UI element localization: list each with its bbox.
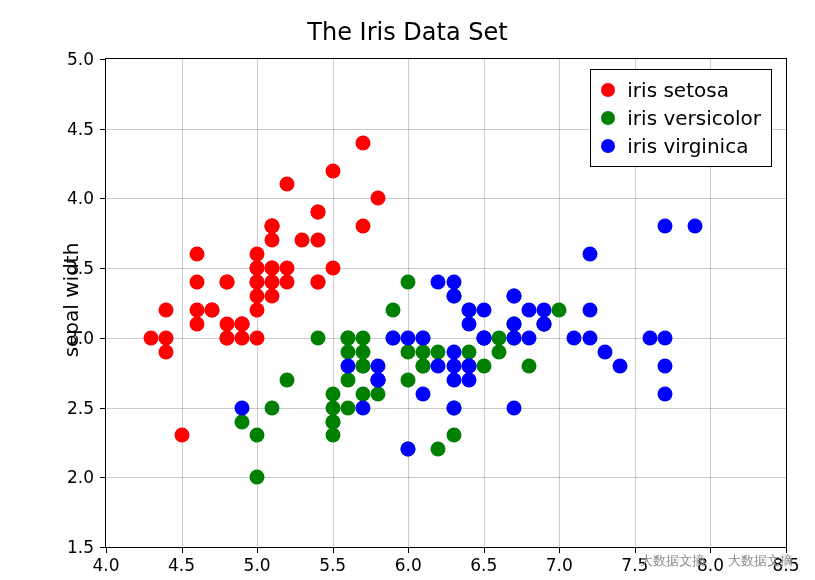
data-point <box>522 358 537 373</box>
data-point <box>658 330 673 345</box>
data-point <box>461 316 476 331</box>
data-point <box>310 233 325 248</box>
y-tick-label: 2.0 <box>67 467 94 487</box>
y-tick <box>100 129 106 130</box>
data-point <box>340 358 355 373</box>
data-point <box>280 372 295 387</box>
data-point <box>174 428 189 443</box>
data-point <box>416 386 431 401</box>
legend-label: iris virginica <box>627 132 748 160</box>
data-point <box>250 289 265 304</box>
data-point <box>371 386 386 401</box>
legend-label: iris setosa <box>627 76 729 104</box>
data-point <box>476 330 491 345</box>
data-point <box>250 247 265 262</box>
data-point <box>446 428 461 443</box>
data-point <box>416 330 431 345</box>
x-tick-label: 7.0 <box>546 555 573 575</box>
data-point <box>431 442 446 457</box>
y-tick <box>100 268 106 269</box>
data-point <box>189 247 204 262</box>
watermark-text: 大数据文摘 <box>640 552 705 570</box>
x-tick-label: 5.5 <box>319 555 346 575</box>
data-point <box>340 344 355 359</box>
data-point <box>446 372 461 387</box>
data-point <box>265 233 280 248</box>
data-point <box>355 330 370 345</box>
legend-item: iris versicolor <box>601 104 761 132</box>
data-point <box>235 400 250 415</box>
data-point <box>582 330 597 345</box>
data-point <box>355 386 370 401</box>
data-point <box>265 261 280 276</box>
data-point <box>219 275 234 290</box>
legend-swatch-icon <box>601 139 615 153</box>
data-point <box>476 358 491 373</box>
y-tick <box>100 59 106 60</box>
data-point <box>325 261 340 276</box>
data-point <box>612 358 627 373</box>
legend-swatch-icon <box>601 111 615 125</box>
data-point <box>401 275 416 290</box>
data-point <box>401 442 416 457</box>
data-point <box>476 302 491 317</box>
data-point <box>643 330 658 345</box>
gridline-horizontal <box>106 477 786 478</box>
data-point <box>204 302 219 317</box>
data-point <box>401 344 416 359</box>
data-point <box>446 275 461 290</box>
data-point <box>371 372 386 387</box>
gridline-horizontal <box>106 338 786 339</box>
data-point <box>325 428 340 443</box>
data-point <box>401 330 416 345</box>
data-point <box>355 344 370 359</box>
data-point <box>507 400 522 415</box>
gridline-horizontal <box>106 268 786 269</box>
data-point <box>280 261 295 276</box>
data-point <box>265 275 280 290</box>
chart-title: The Iris Data Set <box>0 18 815 46</box>
data-point <box>265 289 280 304</box>
x-tick-label: 5.0 <box>244 555 271 575</box>
data-point <box>522 302 537 317</box>
data-point <box>582 302 597 317</box>
gridline-vertical <box>408 59 409 547</box>
data-point <box>597 344 612 359</box>
data-point <box>688 219 703 234</box>
data-point <box>371 358 386 373</box>
data-point <box>310 330 325 345</box>
data-point <box>491 344 506 359</box>
data-point <box>658 358 673 373</box>
y-tick <box>100 477 106 478</box>
data-point <box>250 470 265 485</box>
data-point <box>310 205 325 220</box>
data-point <box>325 386 340 401</box>
data-point <box>340 400 355 415</box>
data-point <box>491 330 506 345</box>
data-point <box>250 302 265 317</box>
x-tick <box>484 547 485 553</box>
data-point <box>461 372 476 387</box>
data-point <box>431 275 446 290</box>
data-point <box>446 344 461 359</box>
x-tick-label: 4.5 <box>168 555 195 575</box>
data-point <box>552 302 567 317</box>
x-tick-label: 4.0 <box>92 555 119 575</box>
data-point <box>416 358 431 373</box>
data-point <box>280 275 295 290</box>
y-tick <box>100 198 106 199</box>
data-point <box>386 330 401 345</box>
x-tick <box>710 547 711 553</box>
y-tick-label: 4.0 <box>67 188 94 208</box>
y-tick <box>100 408 106 409</box>
data-point <box>310 275 325 290</box>
plot-area: 4.04.55.05.56.06.57.07.58.08.51.52.02.53… <box>105 58 787 548</box>
data-point <box>295 233 310 248</box>
data-point <box>250 261 265 276</box>
data-point <box>219 316 234 331</box>
y-tick-label: 4.5 <box>67 119 94 139</box>
y-tick-label: 2.5 <box>67 398 94 418</box>
data-point <box>265 219 280 234</box>
data-point <box>355 400 370 415</box>
y-tick-label: 5.0 <box>67 49 94 69</box>
